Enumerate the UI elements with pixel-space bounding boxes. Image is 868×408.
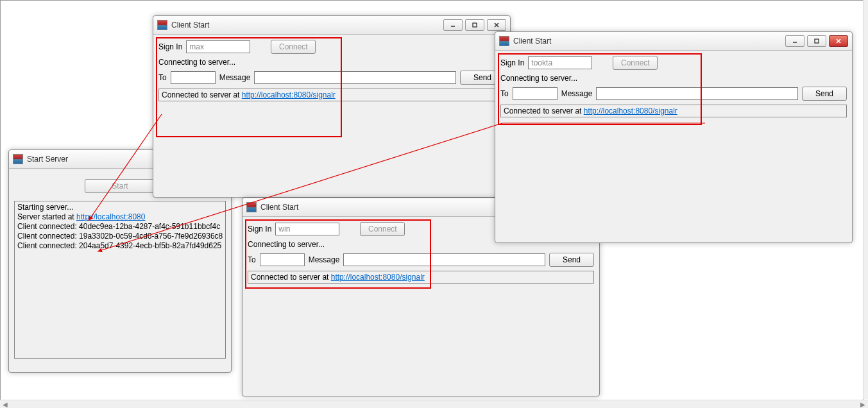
start-button[interactable]: Start <box>85 179 155 193</box>
connection-status: Connected to server at http://localhost:… <box>248 271 594 284</box>
close-button[interactable] <box>829 35 848 47</box>
connect-button[interactable]: Connect <box>271 40 316 54</box>
log-line: Server started at http://localhost:8080 <box>17 212 223 222</box>
to-input[interactable] <box>260 253 305 266</box>
message-input[interactable] <box>254 71 456 84</box>
server-url-link[interactable]: http://localhost:8080 <box>76 212 145 221</box>
app-icon <box>246 202 257 212</box>
log-line: Client connected: 19a3302b-0c59-4cd6-a75… <box>17 232 223 241</box>
maximize-button[interactable] <box>465 19 484 31</box>
titlebar[interactable]: Client Start <box>495 32 852 51</box>
log-line: Client connected: 204aa5d7-4392-4ecb-bf5… <box>17 241 223 251</box>
signalr-url-link[interactable]: http://localhost:8080/signalr <box>242 90 336 99</box>
to-label: To <box>248 255 256 264</box>
connecting-status: Connecting to server... <box>500 74 577 83</box>
window-title: Client Start <box>513 37 785 46</box>
scroll-left-icon[interactable]: ◀ <box>0 400 10 408</box>
client-window-max: Client Start Sign In Connect Connecting … <box>153 15 511 198</box>
connection-status: Connected to server at http://localhost:… <box>158 89 505 101</box>
window-title: Client Start <box>171 21 443 30</box>
svg-rect-1 <box>473 23 477 27</box>
send-button[interactable]: Send <box>802 87 847 101</box>
to-input[interactable] <box>171 71 216 84</box>
message-label: Message <box>309 255 340 264</box>
message-label: Message <box>219 73 251 82</box>
connect-button[interactable]: Connect <box>360 222 405 236</box>
connection-status: Connected to server at http://localhost:… <box>500 105 847 117</box>
signin-label: Sign In <box>158 42 182 51</box>
app-icon <box>157 20 167 30</box>
maximize-button[interactable] <box>807 35 826 47</box>
vertical-scrollbar[interactable] <box>863 0 868 399</box>
signalr-url-link[interactable]: http://localhost:8080/signalr <box>331 273 425 282</box>
titlebar[interactable]: Client Start <box>153 16 510 35</box>
signin-input[interactable] <box>275 223 339 235</box>
server-log: Starting server... Server started at htt… <box>14 201 226 359</box>
connecting-status: Connecting to server... <box>158 58 235 67</box>
log-line: Starting server... <box>17 203 223 212</box>
message-input[interactable] <box>596 87 798 100</box>
minimize-button[interactable] <box>443 19 463 31</box>
log-line: Client connected: 40dec9ea-12ba-4287-af4… <box>17 222 223 232</box>
signin-label: Sign In <box>248 225 271 234</box>
to-label: To <box>158 73 167 82</box>
minimize-button[interactable] <box>785 35 804 47</box>
message-label: Message <box>561 89 593 98</box>
connecting-status: Connecting to server... <box>248 240 325 249</box>
message-input[interactable] <box>343 253 545 266</box>
client-window-tookta: Client Start Sign In Connect Connecting … <box>495 31 853 243</box>
scroll-right-icon[interactable]: ▶ <box>858 400 868 408</box>
connect-button[interactable]: Connect <box>613 56 658 70</box>
signalr-url-link[interactable]: http://localhost:8080/signalr <box>584 106 677 115</box>
horizontal-scrollbar[interactable]: ◀ ▶ <box>0 400 868 408</box>
signin-input[interactable] <box>528 56 592 69</box>
signin-label: Sign In <box>500 58 524 67</box>
to-input[interactable] <box>513 87 557 100</box>
close-button[interactable] <box>487 19 506 31</box>
app-icon <box>13 154 23 164</box>
signin-input[interactable] <box>186 40 250 53</box>
to-label: To <box>500 89 509 98</box>
send-button[interactable]: Send <box>549 253 594 267</box>
svg-rect-5 <box>815 39 819 43</box>
app-icon <box>499 36 509 46</box>
